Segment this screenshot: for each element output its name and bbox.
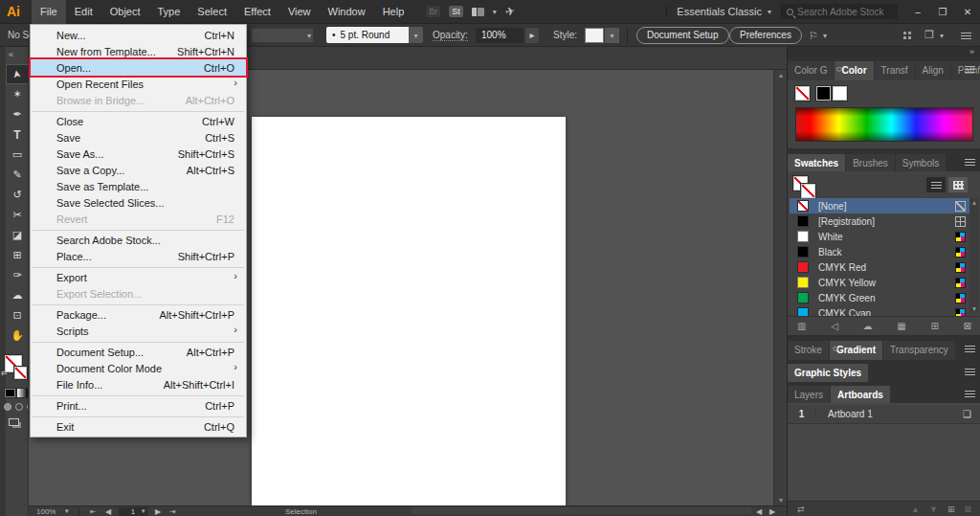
menu-view[interactable]: View [279, 0, 320, 24]
pen-tool[interactable]: ✒ [6, 104, 29, 124]
style-swatch[interactable] [585, 28, 604, 43]
menu-item-save-as-template[interactable]: Save as Template... › [31, 178, 246, 194]
scroll-down-icon[interactable]: ▾ [774, 496, 788, 505]
tab-brushes[interactable]: Brushes [846, 154, 895, 173]
tab-color-guide[interactable]: Color G [788, 61, 834, 80]
change-screen-mode-icon[interactable] [9, 418, 19, 426]
artboard-tool[interactable]: ⊡ [6, 305, 29, 325]
menu-item-scripts[interactable]: Scripts › [31, 323, 246, 339]
chevron-down-icon[interactable]: ▾ [65, 507, 69, 515]
draw-normal-mode[interactable] [4, 403, 11, 411]
grid-view-button[interactable] [948, 177, 968, 192]
swatch-cmyk-red[interactable]: CMYK Red [790, 259, 969, 275]
page-icon[interactable]: ❏ [963, 409, 971, 419]
scroll-up-icon[interactable]: ▴ [774, 71, 788, 79]
next-artboard-button[interactable]: ▶ [155, 507, 161, 516]
menu-item-save[interactable]: Save Ctrl+S › [31, 129, 246, 146]
swatch-none[interactable]: [None] [790, 198, 969, 213]
first-artboard-button[interactable]: ⇤ [90, 507, 97, 516]
menu-item-close[interactable]: Close Ctrl+W › [31, 113, 246, 129]
vertical-scrollbar[interactable]: ▴ ▾ [773, 70, 787, 505]
tab-align[interactable]: Align [916, 61, 950, 80]
search-box[interactable] [781, 4, 898, 19]
swap-fill-stroke-icon[interactable]: ⇄ [1, 369, 8, 377]
swatch-kinds-icon[interactable]: ◁ [831, 321, 838, 331]
align-options-icon[interactable]: ⚐ [809, 30, 818, 42]
swatch-cmyk-green[interactable]: CMYK Green [790, 290, 969, 305]
stroke-proxy-swatch[interactable] [801, 184, 815, 198]
chevron-down-icon[interactable]: ▾ [940, 32, 944, 40]
variable-width-profile-dropdown[interactable]: ▾ [251, 28, 314, 43]
menu-item-save-a-copy[interactable]: Save a Copy... Alt+Ctrl+S › [31, 162, 246, 178]
arrange-documents-icon[interactable]: ❐ [924, 29, 934, 41]
touch-workspace-icon[interactable] [903, 32, 906, 34]
tab-swatches[interactable]: Swatches [788, 154, 845, 173]
menu-window[interactable]: Window [320, 0, 374, 24]
rectangle-tool[interactable]: ▭ [6, 145, 29, 165]
previous-artboard-button[interactable]: ◀ [105, 507, 111, 516]
menu-item-browse-in-bridge[interactable]: Browse in Bridge... Alt+Ctrl+O › [31, 92, 246, 108]
symbol-sprayer-tool[interactable]: ☁ [6, 285, 29, 305]
swatch-white[interactable]: White [790, 229, 969, 244]
color-none-proxy[interactable] [795, 86, 810, 101]
brush-definition-dropdown[interactable]: • 5 pt. Round [326, 27, 409, 43]
tab-graphic-styles[interactable]: Graphic Styles [788, 364, 868, 383]
chevron-down-icon[interactable]: ▾ [823, 32, 827, 40]
rotate-tool[interactable]: ↺ [6, 185, 29, 205]
stock-icon[interactable]: St [449, 6, 463, 17]
restore-button[interactable]: ❐ [930, 0, 955, 24]
tab-layers[interactable]: Layers [788, 386, 830, 405]
swatch-black[interactable]: Black [790, 244, 969, 259]
delete-artboard-icon[interactable]: ⊠ [964, 505, 971, 514]
cc-libraries-icon[interactable]: ☁ [863, 321, 873, 331]
swatch-libraries-icon[interactable]: ▥ [797, 321, 806, 331]
chevron-down-icon[interactable]: ▾ [493, 8, 497, 16]
chevron-down-icon[interactable]: ▾ [142, 507, 145, 515]
delete-swatch-icon[interactable]: ⊠ [964, 321, 971, 331]
swatch-registration[interactable]: [Registration] [790, 213, 969, 229]
hand-tool[interactable]: ✋ [6, 325, 29, 346]
opacity-label[interactable]: Opacity: [433, 30, 468, 41]
share-icon[interactable]: ✈ [503, 4, 516, 19]
move-down-icon[interactable]: ▼ [929, 505, 938, 514]
opacity-input[interactable]: 100% [476, 28, 523, 43]
swatch-list-scrollbar[interactable]: ▴ ▾ [969, 198, 979, 313]
scroll-up-icon[interactable]: ▴ [969, 198, 979, 207]
close-button[interactable]: ✕ [955, 0, 980, 24]
swatches-panel-menu-icon[interactable] [965, 159, 975, 166]
swatch-cmyk-cyan[interactable]: CMYK Cyan [790, 305, 969, 316]
menu-item-package[interactable]: Package... Alt+Shift+Ctrl+P › [31, 306, 246, 323]
tab-symbols[interactable]: Symbols [896, 154, 946, 173]
opacity-stepper-button[interactable]: ▸ [525, 28, 539, 43]
search-input[interactable] [797, 7, 893, 17]
menu-help[interactable]: Help [374, 0, 413, 24]
menu-item-new[interactable]: New... Ctrl+N › [31, 27, 246, 43]
menu-item-export-selection[interactable]: Export Selection... › [31, 285, 246, 302]
new-artboard-icon[interactable]: ⊞ [947, 505, 955, 514]
gradient-button[interactable] [16, 388, 29, 398]
tab-stroke[interactable]: Stroke [788, 341, 829, 360]
scroll-left-icon[interactable]: ◀ [756, 507, 762, 516]
arrange-documents-icon[interactable] [472, 8, 484, 16]
rearrange-artboards-icon[interactable]: ⇄ [797, 505, 805, 514]
document-setup-button[interactable]: Document Setup [636, 27, 729, 44]
artboard-canvas[interactable] [252, 117, 566, 505]
menu-item-exit[interactable]: Exit Ctrl+Q › [31, 418, 246, 435]
menu-file[interactable]: File [32, 0, 66, 24]
menu-item-open[interactable]: Open... Ctrl+O › [31, 59, 246, 76]
new-color-group-icon[interactable]: ▦ [897, 321, 905, 331]
layers-panel-menu-icon[interactable] [965, 391, 975, 397]
menu-item-search-adobe-stock[interactable]: Search Adobe Stock... › [31, 232, 246, 248]
zoom-level-dropdown[interactable]: 100% [36, 507, 56, 516]
options-panel-menu-icon[interactable] [961, 33, 971, 39]
workspace-switcher[interactable]: Essentials Classic ▾ [666, 6, 781, 17]
menu-item-export[interactable]: Export › [31, 269, 246, 285]
menu-item-new-from-template[interactable]: New from Template... Shift+Ctrl+N › [31, 43, 246, 59]
menu-item-save-selected-slices[interactable]: Save Selected Slices... › [31, 194, 246, 211]
minimize-button[interactable]: – [905, 0, 930, 24]
last-artboard-button[interactable]: ⇥ [169, 507, 176, 516]
app-logo-icon[interactable]: Ai [7, 4, 32, 19]
brush-dropdown-chevron[interactable]: ▾ [409, 27, 423, 43]
menu-effect[interactable]: Effect [235, 0, 279, 24]
new-swatch-icon[interactable]: ⊞ [930, 321, 938, 331]
